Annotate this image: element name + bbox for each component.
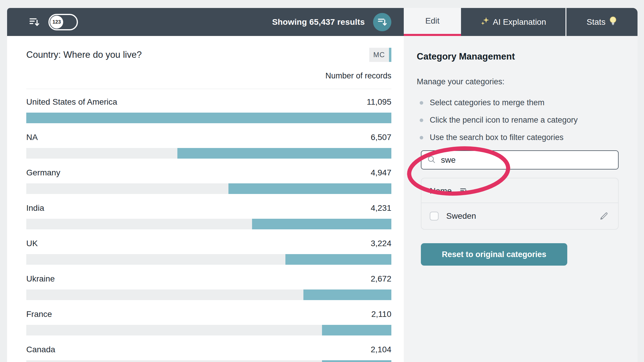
bar-row-label: Germany <box>26 168 60 177</box>
bar-row-value: 6,507 <box>371 133 391 142</box>
instruction-text: Click the pencil icon to rename a catego… <box>430 116 578 125</box>
category-search-box[interactable] <box>421 150 619 170</box>
instruction-item: Click the pencil icon to rename a catego… <box>417 116 625 125</box>
bar-row: Canada 2,104 <box>26 343 391 362</box>
top-bar: 123 Showing 65,437 results Edit <box>7 8 638 36</box>
bar-row-label: France <box>26 310 52 319</box>
bullet-icon <box>420 119 423 122</box>
results-count-text: Showing 65,437 results <box>272 17 365 27</box>
category-row-sweden[interactable]: Sweden <box>421 203 618 229</box>
reset-categories-button[interactable]: Reset to original categories <box>421 243 567 266</box>
rename-pencil-icon[interactable] <box>598 210 610 222</box>
name-sort-icon[interactable] <box>459 186 469 196</box>
name-column-header: Name <box>430 186 452 196</box>
bar-row-value: 2,110 <box>371 310 391 319</box>
bar-row-label: Canada <box>26 345 55 354</box>
bar-row-value: 2,104 <box>371 345 391 354</box>
instruction-text: Use the search box to filter categories <box>430 133 563 142</box>
instruction-item: Use the search box to filter categories <box>417 133 625 142</box>
bar-track <box>26 219 391 229</box>
content-area: Country: Where do you live? MC Number of… <box>7 36 638 362</box>
bar-row-value: 3,224 <box>371 239 391 248</box>
panel-subtitle: Manage your categories: <box>417 77 625 86</box>
bar-chart: United States of America 11,095 NA 6,507… <box>26 95 391 362</box>
instruction-text: Select categories to merge them <box>430 98 545 107</box>
bar-fill <box>303 289 391 300</box>
top-bar-left: 123 Showing 65,437 results <box>7 8 404 36</box>
category-management-panel: Category Management Manage your categori… <box>404 36 638 362</box>
panel-title: Category Management <box>417 51 625 62</box>
question-type-badge: MC <box>369 48 391 62</box>
bullet-icon <box>420 101 423 105</box>
lightbulb-icon <box>609 16 617 28</box>
tab-ai-explanation[interactable]: AI Explanation <box>461 8 565 36</box>
tab-ai-explanation-label: AI Explanation <box>493 17 546 27</box>
question-type-badge-label: MC <box>369 48 389 62</box>
bar-track <box>26 148 391 159</box>
bar-row-value: 11,095 <box>367 97 391 107</box>
bar-row: Ukraine 2,672 <box>26 272 391 300</box>
chart-divider <box>26 89 391 89</box>
sparkles-icon <box>480 17 489 27</box>
app-window: 123 Showing 65,437 results Edit <box>7 0 638 362</box>
bar-row-value: 4,947 <box>371 168 391 177</box>
bar-row-value: 2,672 <box>371 274 391 284</box>
bar-row: NA 6,507 <box>26 130 391 159</box>
bar-row: United States of America 11,095 <box>26 95 391 123</box>
numeric-sort-toggle[interactable]: 123 <box>48 14 78 30</box>
tab-stats[interactable]: Stats <box>566 8 638 36</box>
category-table: Name Sweden <box>421 178 619 230</box>
bar-track <box>26 289 391 300</box>
sort-results-button[interactable] <box>373 13 391 31</box>
instruction-item: Select categories to merge them <box>417 98 625 107</box>
bar-fill <box>228 183 391 194</box>
value-column-header: Number of records <box>26 71 391 80</box>
bar-row-label: NA <box>26 133 38 142</box>
bar-row: France 2,110 <box>26 307 391 335</box>
bar-fill <box>322 325 391 335</box>
bar-row: India 4,231 <box>26 201 391 229</box>
instruction-list: Select categories to merge them Click th… <box>417 98 625 142</box>
sort-descending-icon[interactable] <box>28 16 40 28</box>
tab-stats-label: Stats <box>587 17 606 27</box>
bar-row-label: Ukraine <box>26 274 55 284</box>
category-checkbox[interactable] <box>430 212 439 221</box>
bar-fill <box>252 219 391 229</box>
bar-track <box>26 113 391 123</box>
category-name: Sweden <box>446 211 590 221</box>
bar-row-label: United States of America <box>26 97 117 107</box>
bar-fill <box>26 113 391 123</box>
bar-track <box>26 254 391 265</box>
bar-row: Germany 4,947 <box>26 166 391 194</box>
bar-row: UK 3,224 <box>26 236 391 265</box>
bar-fill <box>322 360 391 362</box>
category-search-input[interactable] <box>441 155 613 165</box>
bar-fill <box>177 148 391 159</box>
numeric-sort-toggle-knob[interactable]: 123 <box>50 16 63 29</box>
chart-card: Country: Where do you live? MC Number of… <box>7 36 404 362</box>
bar-track <box>26 325 391 335</box>
bar-track <box>26 360 391 362</box>
chart-header: Country: Where do you live? MC <box>26 48 391 62</box>
bar-track <box>26 183 391 194</box>
tab-edit-label: Edit <box>425 16 439 26</box>
category-table-header: Name <box>421 178 618 203</box>
chart-title: Country: Where do you live? <box>26 48 142 60</box>
question-type-badge-stripe <box>389 48 391 62</box>
bar-row-value: 4,231 <box>371 203 391 213</box>
tab-edit[interactable]: Edit <box>404 8 461 36</box>
search-icon <box>427 155 436 165</box>
bar-row-label: UK <box>26 239 38 248</box>
bar-row-label: India <box>26 203 44 213</box>
bullet-icon <box>420 136 423 139</box>
bar-fill <box>285 254 391 265</box>
